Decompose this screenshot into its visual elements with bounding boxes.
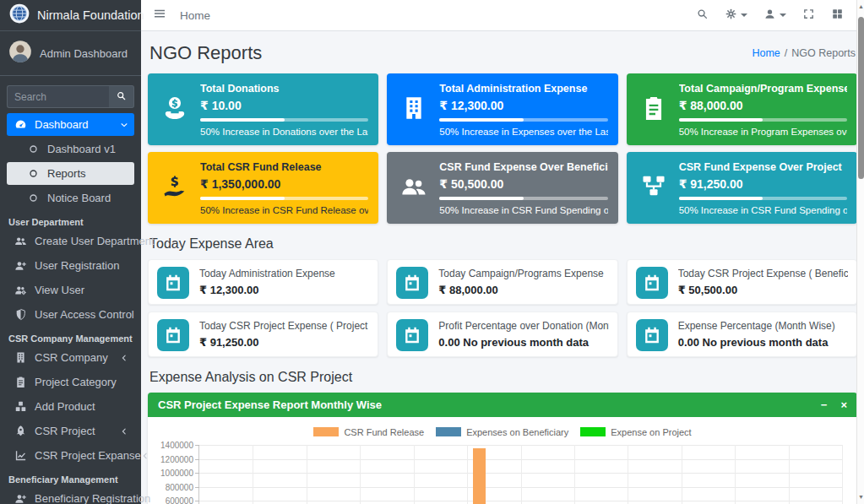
sidebar-item-notice-board[interactable]: Notice Board bbox=[7, 187, 134, 209]
sidebar-item-label: CSR Project bbox=[35, 425, 95, 437]
v-gridline bbox=[414, 445, 415, 504]
sidebar-item-user-access-control[interactable]: User Access Control bbox=[7, 303, 134, 326]
sidebar-item-view-user[interactable]: View User bbox=[7, 279, 134, 301]
users-gear-icon bbox=[13, 284, 29, 296]
today-card-amount: 0.00 No previous month data bbox=[678, 336, 848, 349]
sidebar-item-label: Dashboard bbox=[35, 118, 89, 131]
navbar-gear-button[interactable] bbox=[725, 8, 747, 24]
today-card-title: Profit Percentage over Donation (Month W… bbox=[438, 320, 608, 332]
chart-line-icon bbox=[13, 449, 29, 462]
user-panel: Admin Dashboard bbox=[0, 31, 141, 76]
y-axis-tick-label: 1000000 bbox=[160, 469, 193, 478]
nav-home-link[interactable]: Home bbox=[180, 9, 210, 22]
sidebar-item-label: User Access Control bbox=[35, 308, 134, 321]
legend-label: CSR Fund Release bbox=[344, 427, 424, 437]
analysis-section-title: Expense Analysis on CSR Project bbox=[149, 370, 856, 385]
stat-card-title: CSR Fund Expense Over Beneficiary bbox=[439, 161, 607, 173]
sidebar-item-create-user-department[interactable]: Create User Department bbox=[7, 230, 134, 252]
user-plus-icon bbox=[13, 259, 29, 272]
chevron-down-icon bbox=[120, 121, 128, 129]
stat-card-amount: ₹ 1,350,000.00 bbox=[200, 177, 368, 191]
today-card-today-administration-expense: Today Administration Expense₹ 12,300.00 bbox=[148, 259, 378, 305]
stat-card-total-administration-expense: Total Administration Expense₹ 12,300.005… bbox=[387, 73, 617, 145]
minimize-button[interactable]: − bbox=[821, 399, 828, 410]
today-card-title: Today CSR Project Expense ( Beneficiary … bbox=[678, 268, 848, 279]
navbar-right-icons bbox=[696, 8, 852, 24]
stat-card-description: 50% Increase in CSR Fund Spending on Be.… bbox=[439, 205, 607, 215]
legend-item-expense-on-project: Expense on Project bbox=[580, 427, 691, 437]
y-axis-tick-label: 800000 bbox=[160, 483, 193, 492]
search-button[interactable] bbox=[109, 85, 134, 108]
y-axis-tick-label: 1200000 bbox=[160, 455, 193, 464]
sidebar-item-csr-company[interactable]: CSR Company bbox=[7, 346, 134, 369]
scrollbar-down-arrow-icon[interactable]: ▼ bbox=[857, 492, 864, 502]
chart-panel-body: CSR Fund ReleaseExpenses on BeneficiaryE… bbox=[148, 417, 857, 504]
content: NGO Reports Home/NGO Reports Total Donat… bbox=[141, 31, 864, 504]
building-icon bbox=[13, 351, 29, 364]
progress-fill bbox=[439, 197, 524, 200]
scrollbar-thumb[interactable] bbox=[858, 17, 864, 179]
navbar-expand-button[interactable] bbox=[802, 8, 815, 24]
y-axis-tick bbox=[195, 501, 199, 501]
breadcrumb: Home/NGO Reports bbox=[752, 47, 856, 59]
sidebar: Nirmala Foundation Admin Dashboard Dashb… bbox=[0, 0, 141, 504]
sidebar-item-reports[interactable]: Reports bbox=[7, 162, 134, 185]
sidebar-item-label: View User bbox=[35, 284, 84, 296]
calendar-icon bbox=[636, 319, 668, 351]
nav-section-header-user-department: User Department bbox=[8, 217, 133, 227]
stat-card-total-campaign-program-expense: Total Campaign/Program Expense₹ 88,000.0… bbox=[627, 73, 857, 145]
sidebar-item-dashboard[interactable]: Dashboard bbox=[7, 113, 134, 136]
sidebar-item-csr-project[interactable]: CSR Project bbox=[7, 420, 134, 442]
close-button[interactable]: × bbox=[840, 399, 847, 410]
brand[interactable]: Nirmala Foundation bbox=[0, 0, 141, 31]
app-window: Nirmala Foundation Admin Dashboard Dashb… bbox=[0, 0, 864, 504]
legend-label: Expenses on Beneficiary bbox=[466, 427, 568, 437]
sidebar-item-project-category[interactable]: Project Category bbox=[7, 371, 134, 393]
sidebar-item-add-product[interactable]: Add Product bbox=[7, 395, 134, 418]
today-card-title: Today Campaign/Programs Expense bbox=[438, 268, 608, 279]
today-card-amount: ₹ 88,000.00 bbox=[438, 284, 608, 296]
progress-fill bbox=[679, 118, 763, 122]
stat-card-description: 50% Increase in Donations over the Last … bbox=[200, 127, 368, 137]
stat-card-progressbar bbox=[439, 118, 607, 122]
sidebar-item-label: Beneficiary Registration bbox=[35, 492, 150, 504]
rocket-icon bbox=[13, 425, 29, 437]
chart-legend: CSR Fund ReleaseExpenses on BeneficiaryE… bbox=[160, 427, 845, 437]
legend-swatch bbox=[313, 427, 339, 436]
search-input[interactable] bbox=[7, 85, 109, 108]
sidebar-item-beneficiary-registration[interactable]: Beneficiary Registration bbox=[7, 487, 134, 504]
y-axis-tick-label: 1400000 bbox=[160, 441, 193, 450]
stat-card-description: 50% Increase in CSR Fund Spending on Pr.… bbox=[679, 205, 847, 215]
stat-card-amount: ₹ 12,300.00 bbox=[439, 99, 607, 112]
scrollbar-up-arrow-icon[interactable]: ▲ bbox=[857, 2, 864, 12]
stat-card-title: CSR Fund Expense Over Project bbox=[679, 161, 847, 173]
sidebar-item-label: CSR Project Expanse bbox=[35, 449, 141, 462]
stat-card-csr-fund-expense-over-beneficiary: CSR Fund Expense Over Beneficiary₹ 50,50… bbox=[387, 152, 617, 224]
chart-panel-title: CSR Project Expense Report Monthly Wise bbox=[158, 398, 382, 411]
navbar-search-button[interactable] bbox=[696, 8, 709, 24]
users-icon bbox=[13, 235, 29, 247]
sidebar-item-csr-project-expanse[interactable]: CSR Project Expanse bbox=[7, 444, 134, 467]
foundation-logo-icon bbox=[8, 3, 30, 28]
breadcrumb-home-link[interactable]: Home bbox=[752, 47, 780, 59]
menu-toggle-button[interactable] bbox=[153, 7, 166, 24]
clipboard-icon bbox=[13, 376, 29, 388]
top-navbar: Home bbox=[141, 0, 864, 31]
tachometer-icon bbox=[13, 118, 29, 131]
navbar-grid-button[interactable] bbox=[831, 8, 844, 24]
legend-item-expenses-on-beneficiary: Expenses on Beneficiary bbox=[436, 427, 568, 437]
stat-card-description: 50% Increase in Expenses over the Last 3… bbox=[439, 127, 607, 137]
v-gridline bbox=[735, 445, 736, 504]
today-card-today-csr-project-expense-beneficiary: Today CSR Project Expense ( Beneficiary … bbox=[627, 259, 857, 305]
sidebar-item-label: User Registration bbox=[35, 259, 119, 272]
y-axis-tick bbox=[195, 459, 199, 460]
sidebar-item-dashboard-v1[interactable]: Dashboard v1 bbox=[7, 138, 134, 160]
stat-card-amount: ₹ 10.00 bbox=[200, 99, 368, 112]
sidebar-item-user-registration[interactable]: User Registration bbox=[7, 254, 134, 277]
navbar-user-button[interactable] bbox=[763, 8, 786, 24]
circle-icon bbox=[25, 192, 41, 203]
stat-card-title: Total Administration Expense bbox=[439, 83, 607, 95]
chart-panel: CSR Project Expense Report Monthly Wise … bbox=[148, 393, 857, 504]
stat-card-amount: ₹ 88,000.00 bbox=[679, 99, 847, 112]
user-name-link[interactable]: Admin Dashboard bbox=[40, 47, 128, 60]
